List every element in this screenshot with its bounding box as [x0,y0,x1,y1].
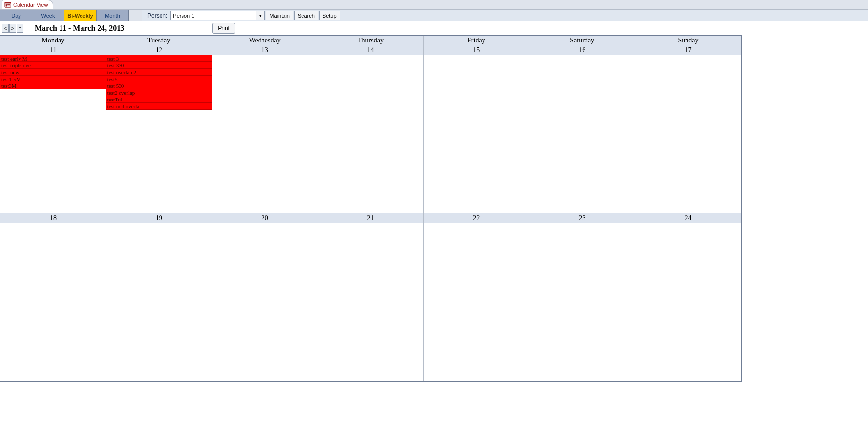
view-tab-biweekly[interactable]: Bi-Weekly [64,10,97,21]
day-cell[interactable] [635,55,741,213]
date-cell: 13 [212,45,318,55]
date-cell: 21 [318,213,424,223]
date-cell: 22 [424,213,529,223]
person-combo-dropdown-button[interactable]: ▾ [256,11,265,20]
day-name-monday: Monday [0,36,106,45]
date-range-title: March 11 - March 24, 2013 [24,24,124,33]
day-cell[interactable]: test early M test triple ove test new te… [0,55,106,213]
day-cell[interactable] [212,223,318,381]
document-tab[interactable]: Calendar View [2,0,53,9]
date-cell: 19 [106,213,212,223]
day-name-thursday: Thursday [318,36,424,45]
date-cell: 11 [0,45,106,55]
date-cell: 12 [106,45,212,55]
svg-rect-4 [7,6,10,6]
date-cell: 14 [318,45,424,55]
svg-rect-2 [6,4,7,6]
day-name-tuesday: Tuesday [106,36,212,45]
view-tab-day[interactable]: Day [0,10,32,21]
day-name-wednesday: Wednesday [212,36,318,45]
svg-rect-1 [5,2,11,4]
prev-period-button[interactable]: < [2,24,9,33]
search-button[interactable]: Search [294,11,318,20]
day-name-friday: Friday [424,36,529,45]
calendar-event[interactable]: test 3 [106,55,212,62]
maintain-button[interactable]: Maintain [266,11,293,20]
calendar-event[interactable]: test2 overlap [106,89,212,96]
day-cell[interactable] [318,223,424,381]
setup-button[interactable]: Setup [319,11,340,20]
calendar-event[interactable]: test 530 [106,82,212,89]
calendar-event[interactable]: test1-5M [0,76,106,82]
next-period-button[interactable]: > [9,24,16,33]
day-name-sunday: Sunday [635,36,741,45]
day-cell[interactable] [529,223,635,381]
date-cell: 18 [0,213,106,223]
date-cell: 23 [529,213,635,223]
date-cell: 20 [212,213,318,223]
date-cell: 17 [635,45,741,55]
day-name-row: Monday Tuesday Wednesday Thursday Friday… [0,36,741,45]
week1-date-row: 11 12 13 14 15 16 17 [0,45,741,55]
view-toolbar: Day Week Bi-Weekly Month Person: ▾ Maint… [0,10,868,21]
calendar-event[interactable]: test new [0,69,106,76]
calendar-grid: Monday Tuesday Wednesday Thursday Friday… [0,35,742,382]
person-combo[interactable] [170,11,256,20]
day-cell[interactable] [529,55,635,213]
day-cell[interactable] [0,223,106,381]
day-cell[interactable] [424,55,529,213]
person-label: Person: [142,10,170,21]
week2-date-row: 18 19 20 21 22 23 24 [0,213,741,223]
access-icon [4,1,11,8]
view-tab-month[interactable]: Month [97,10,129,21]
document-tab-title: Calendar View [13,2,48,8]
calendar-event[interactable]: test5 [106,76,212,82]
print-button[interactable]: Print [212,23,235,34]
calendar-event[interactable]: test3M [0,82,106,89]
day-cell[interactable] [424,223,529,381]
chevron-down-icon: ▾ [259,13,262,18]
calendar-event[interactable]: test 330 [106,62,212,69]
day-cell[interactable] [635,223,741,381]
calendar-event[interactable]: test overlap 2 [106,69,212,76]
calendar-event[interactable]: testTu1 [106,96,212,103]
date-cell: 24 [635,213,741,223]
date-cell: 15 [424,45,529,55]
calendar-event[interactable]: test early M [0,55,106,62]
up-period-button[interactable]: ^ [17,24,23,33]
day-cell[interactable] [106,223,212,381]
day-cell[interactable] [212,55,318,213]
calendar-event[interactable]: test triple ove [0,62,106,69]
day-name-saturday: Saturday [529,36,635,45]
view-tab-week[interactable]: Week [32,10,64,21]
date-cell: 16 [529,45,635,55]
calendar-event[interactable]: test mid overla [106,103,212,110]
day-cell[interactable] [318,55,424,213]
svg-rect-3 [7,4,10,5]
day-cell[interactable]: test 3 test 330 test overlap 2 test5 tes… [106,55,212,213]
